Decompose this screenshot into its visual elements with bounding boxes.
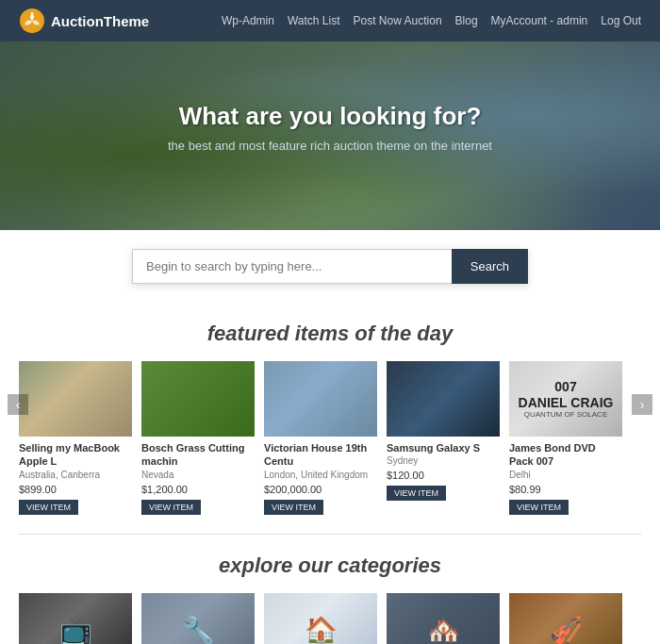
featured-item: Bosch Grass Cutting machin Nevada $1,200…	[141, 361, 255, 515]
hero-subtext: the best and most feature rich auction t…	[168, 139, 492, 153]
item-price: $899.00	[19, 484, 132, 495]
search-area: Search	[0, 230, 660, 303]
search-button[interactable]: Search	[452, 249, 528, 284]
view-item-button[interactable]: VIEW ITEM	[509, 500, 569, 515]
featured-item: Samsung Galaxy S Sydney $120.00 VIEW ITE…	[387, 361, 500, 515]
item-title: Victorian House 19th Centu	[264, 441, 377, 469]
item-title: Selling my MacBook Apple L	[19, 441, 132, 469]
featured-item: 007DANIEL CRAIGQUANTUM OF SOLACE James B…	[509, 361, 622, 515]
category-card[interactable]: 📺 Digital TV	[19, 593, 132, 644]
featured-item: Victorian House 19th Centu London, Unite…	[264, 361, 377, 515]
category-card[interactable]: 🏘️ Housing	[387, 593, 500, 644]
logo[interactable]: AuctionTheme	[19, 8, 149, 34]
search-input[interactable]	[132, 249, 452, 284]
nav-myaccount[interactable]: MyAccount - admin	[491, 14, 588, 27]
item-title: Samsung Galaxy S	[387, 441, 500, 454]
featured-title-italic: of the day	[355, 322, 453, 345]
category-image: 📺	[19, 593, 132, 644]
main-nav: Wp-Admin Watch List Post Now Auction Blo…	[222, 14, 641, 27]
site-header: AuctionTheme Wp-Admin Watch List Post No…	[0, 0, 660, 41]
logo-icon	[19, 8, 45, 34]
featured-items-list: Selling my MacBook Apple L Australia, Ca…	[19, 361, 641, 515]
item-location: Delhi	[509, 469, 622, 481]
item-title: James Bond DVD Pack 007	[509, 441, 622, 469]
item-location: Australia, Canberra	[19, 469, 132, 481]
nav-logout[interactable]: Log Out	[601, 14, 641, 27]
item-title: Bosch Grass Cutting machin	[141, 441, 255, 469]
categories-title-plain: explore our	[219, 553, 338, 577]
categories-section: explore our categories 📺 Digital TV 🔧 Ha…	[0, 535, 660, 644]
item-price: $1,200.00	[141, 484, 255, 495]
nav-watchlist[interactable]: Watch List	[288, 14, 340, 27]
featured-title: featured items of the day	[19, 322, 641, 346]
categories-title: explore our categories	[19, 553, 641, 578]
view-item-button[interactable]: VIEW ITEM	[19, 500, 78, 515]
item-image	[141, 361, 255, 437]
category-card[interactable]: 🏠 Houses	[264, 593, 377, 644]
category-image: 🔧	[141, 593, 255, 644]
category-image: 🎻	[509, 593, 622, 644]
featured-wrapper: ‹ Selling my MacBook Apple L Australia, …	[19, 361, 641, 515]
item-image	[19, 361, 132, 437]
categories-grid: 📺 Digital TV 🔧 Hardware 🏠 Houses 🏘️ Hous…	[19, 593, 641, 644]
carousel-prev-button[interactable]: ‹	[8, 394, 28, 415]
nav-post-auction[interactable]: Post Now Auction	[354, 14, 442, 27]
featured-section: featured items of the day ‹ Selling my M…	[0, 303, 660, 534]
category-image: 🏘️	[387, 593, 500, 644]
item-location: Sydney	[387, 454, 500, 467]
item-location: London, United Kingdom	[264, 469, 377, 481]
hero-heading: What are you looking for?	[168, 102, 492, 131]
item-price: $200,000.00	[264, 484, 377, 495]
view-item-button[interactable]: VIEW ITEM	[264, 500, 323, 515]
carousel-next-button[interactable]: ›	[632, 394, 652, 415]
featured-title-plain: featured items	[207, 322, 355, 345]
item-location: Nevada	[141, 469, 255, 481]
item-image	[387, 361, 500, 437]
logo-text: AuctionTheme	[51, 13, 149, 29]
featured-item: Selling my MacBook Apple L Australia, Ca…	[19, 361, 132, 515]
view-item-button[interactable]: VIEW ITEM	[141, 500, 201, 515]
item-price: $120.00	[387, 470, 500, 481]
search-box: Search	[132, 249, 528, 284]
category-card[interactable]: 🎻 Music & Art	[509, 593, 622, 644]
category-card[interactable]: 🔧 Hardware	[141, 593, 255, 644]
hero-section: What are you looking for? the best and m…	[0, 41, 660, 230]
item-image: 007DANIEL CRAIGQUANTUM OF SOLACE	[509, 361, 622, 437]
nav-wp-admin[interactable]: Wp-Admin	[222, 14, 274, 27]
categories-title-italic: categories	[338, 553, 441, 577]
item-price: $80.99	[509, 484, 622, 495]
category-image: 🏠	[264, 593, 377, 644]
view-item-button[interactable]: VIEW ITEM	[387, 486, 446, 501]
nav-blog[interactable]: Blog	[455, 14, 478, 27]
item-image	[264, 361, 377, 437]
